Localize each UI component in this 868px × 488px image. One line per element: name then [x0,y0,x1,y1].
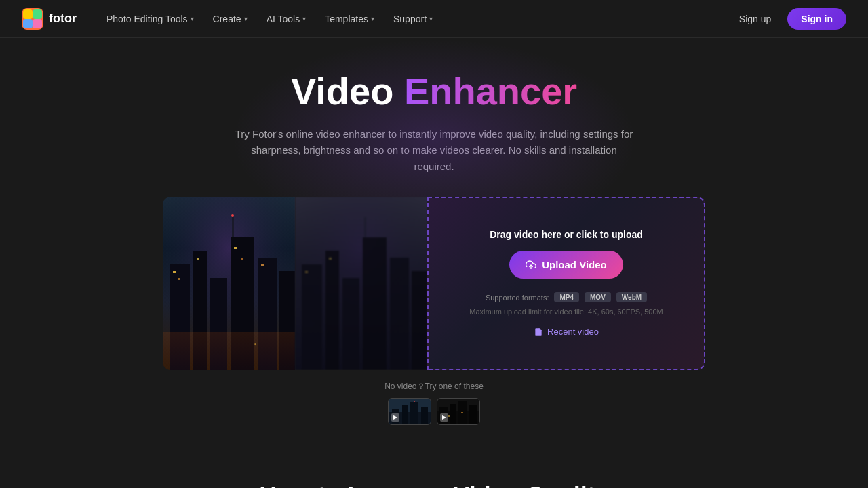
svg-rect-28 [305,271,308,273]
video-before [163,197,295,370]
nav-item-create[interactable]: Create ▾ [205,8,256,30]
signin-button[interactable]: Sign in [787,8,846,30]
formats-row: Supported formats: MP4 MOV WebM [486,292,647,302]
no-video-text: No video？Try one of these [22,381,846,392]
video-preview [163,197,427,370]
chevron-down-icon: ▾ [371,15,374,22]
svg-rect-23 [326,251,339,370]
chevron-down-icon: ▾ [191,15,194,22]
navbar: fotor Photo Editing Tools ▾ Create ▾ AI … [0,0,868,38]
svg-rect-1 [23,9,33,19]
upload-limit: Maximum upload limit for video file: 4K,… [469,308,663,316]
svg-rect-16 [241,258,243,260]
upload-dropzone[interactable]: Drag video here or click to upload Uploa… [427,197,705,370]
city-silhouette-left [163,197,295,370]
how-to-section: How to Increase Video Quality Check out … [0,441,868,488]
svg-rect-24 [342,278,359,370]
no-video-section: No video？Try one of these ▶ [22,381,846,425]
svg-rect-3 [23,19,33,28]
svg-rect-30 [364,217,366,237]
nav-links: Photo Editing Tools ▾ Create ▾ AI Tools … [98,8,731,30]
sample-thumb-2[interactable]: ▶ [437,398,480,425]
svg-rect-14 [197,258,199,260]
how-to-title: How to Increase Video Quality [22,482,846,488]
svg-rect-20 [163,332,295,370]
svg-rect-12 [173,271,176,273]
chevron-down-icon: ▾ [302,15,306,22]
upload-icon [526,260,536,270]
svg-rect-36 [410,402,418,425]
nav-item-photo-editing[interactable]: Photo Editing Tools ▾ [98,8,202,30]
logo-icon [22,8,43,30]
svg-rect-44 [469,405,477,425]
svg-rect-37 [421,407,428,425]
video-after [295,197,427,370]
signup-button[interactable]: Sign up [731,8,779,30]
recent-video-link[interactable]: Recent video [534,327,599,337]
svg-rect-27 [412,271,427,370]
svg-rect-25 [363,237,387,370]
upload-button[interactable]: Upload Video [509,251,623,279]
video-icon-1: ▶ [391,413,399,422]
logo[interactable]: fotor [22,8,77,30]
svg-rect-46 [461,412,463,413]
nav-item-support[interactable]: Support ▾ [385,8,441,30]
svg-rect-17 [261,264,264,266]
chevron-down-icon: ▾ [429,15,433,22]
svg-point-19 [231,214,234,217]
hero-subtitle: Try Fotor's online video enhancer to ins… [231,126,637,175]
svg-rect-15 [234,247,237,249]
upload-section: Drag video here or click to upload Uploa… [163,197,705,370]
svg-rect-42 [450,404,456,425]
svg-rect-4 [33,19,42,28]
chevron-down-icon: ▾ [244,15,248,22]
nav-item-templates[interactable]: Templates ▾ [317,8,382,30]
hero-title: Video Enhancer [22,70,846,113]
svg-rect-18 [232,217,234,237]
nav-item-ai-tools[interactable]: AI Tools ▾ [258,8,315,30]
svg-rect-26 [390,258,409,370]
svg-rect-35 [402,405,408,425]
video-icon-2: ▶ [440,413,448,422]
file-icon [534,327,543,337]
hero-section: Video Enhancer Try Fotor's online video … [0,38,868,441]
nav-actions: Sign up Sign in [731,8,846,30]
svg-rect-2 [33,9,42,19]
upload-drag-text: Drag video here or click to upload [490,229,643,240]
city-silhouette-right [295,197,427,370]
svg-rect-22 [302,264,322,370]
logo-text: fotor [49,12,77,26]
svg-point-38 [414,401,415,402]
sample-videos-row: ▶ ▶ [22,398,846,425]
sample-thumb-1[interactable]: ▶ [388,398,431,425]
svg-rect-13 [178,278,180,280]
svg-rect-29 [329,258,332,260]
